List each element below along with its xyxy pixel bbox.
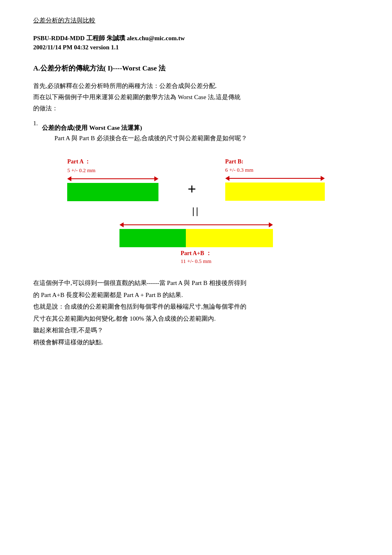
- part-a-arrow-right: [154, 176, 158, 181]
- bottom-line1: 在這個例子中,可以得到一個很直觀的結果------當 Part A 與 Part…: [33, 280, 246, 286]
- part-b-arrow-left: [225, 176, 229, 181]
- equals-sign: ||: [192, 205, 200, 217]
- part-a-arrow-line: [71, 178, 154, 179]
- section-a-title: A.公差分析的傳統方法( I)----Worst Case 法: [33, 63, 359, 73]
- part-a-arrow: [67, 176, 158, 181]
- date-line: 2002/11/14 PM 04:32 version 1.1: [33, 44, 359, 51]
- author-line: PSBU-RDD4-MDD 工程師 朱誠璞 alex.chu@mic.com.t…: [33, 34, 359, 42]
- bottom-line5: 聽起來相當合理,不是嗎？: [33, 327, 103, 333]
- plus-sign: +: [187, 180, 196, 201]
- bottom-line3: 也就是說：合成後的公差範圍會包括到每個零件的最極端尺寸,無論每個零件的: [33, 303, 246, 310]
- part-b-arrow-right: [321, 176, 325, 181]
- subsection-1-header: 1. 公差的合成(使用 Worst Case 法運算) Part A 與 Par…: [33, 120, 359, 150]
- bottom-line6: 稍後會解釋這樣做的缺點.: [33, 339, 103, 346]
- diagram-area: Part A ： 5 +/- 0.2 mm + Part B: 6 +/- 0.…: [33, 158, 359, 265]
- part-a-label: Part A ：: [67, 158, 90, 166]
- combined-arrow: [119, 222, 273, 227]
- part-a-block: Part A ： 5 +/- 0.2 mm: [67, 158, 158, 201]
- subsection1-num: 1.: [33, 120, 38, 127]
- part-b-arrow: [225, 176, 325, 181]
- combined-rect-yellow: [186, 229, 273, 247]
- subsection1-sub: Part A 與 Part B 必須接合在一起,合成後的尺寸與公差範圍會是如何呢…: [54, 134, 247, 142]
- part-a-rect: [67, 183, 158, 201]
- para1-line2: 而在以下兩個例子中用來運算公差範圍的數學方法為 Worst Case 法,這是傳…: [33, 94, 241, 100]
- part-b-dim: 6 +/- 0.3 mm: [225, 167, 253, 173]
- part-b-block: Part B: 6 +/- 0.3 mm: [225, 158, 325, 201]
- part-b-rect: [225, 183, 325, 201]
- para1-line3: 的做法：: [33, 105, 58, 112]
- combined-block: Part A+B ： 11 +/- 0.5 mm: [119, 222, 273, 265]
- bottom-line4: 尺寸在其公差範圍內如何變化,都會 100% 落入合成後的公差範圍內.: [33, 315, 216, 322]
- combined-rects: [119, 229, 273, 247]
- combined-dim: 11 +/- 0.5 mm: [180, 258, 211, 265]
- combined-rect-green: [119, 229, 186, 247]
- subsection1-title: 公差的合成(使用 Worst Case 法運算): [42, 124, 247, 132]
- parts-row: Part A ： 5 +/- 0.2 mm + Part B: 6 +/- 0.…: [33, 158, 359, 201]
- part-a-dim: 5 +/- 0.2 mm: [67, 167, 95, 174]
- combined-arrow-left: [119, 222, 124, 227]
- combined-arrow-right: [269, 222, 273, 227]
- part-a-arrow-left: [67, 176, 71, 181]
- part-b-label: Part B:: [225, 158, 243, 165]
- paragraph-1: 首先,必須解釋在公差分析時所用的兩種方法：公差合成與公差分配. 而在以下兩個例子…: [33, 80, 359, 114]
- combined-arrow-line: [124, 224, 269, 225]
- bottom-paragraphs: 在這個例子中,可以得到一個很直觀的結果------當 Part A 與 Part…: [33, 277, 359, 348]
- bottom-line2: 的 Part A+B 長度和公差範圍都是 Part A + Part B 的結果…: [33, 292, 183, 298]
- page-title: 公差分析的方法與比較: [33, 17, 359, 24]
- para1-line1: 首先,必須解釋在公差分析時所用的兩種方法：公差合成與公差分配.: [33, 83, 217, 89]
- part-b-arrow-line: [229, 178, 321, 179]
- combined-label: Part A+B ：: [180, 250, 211, 257]
